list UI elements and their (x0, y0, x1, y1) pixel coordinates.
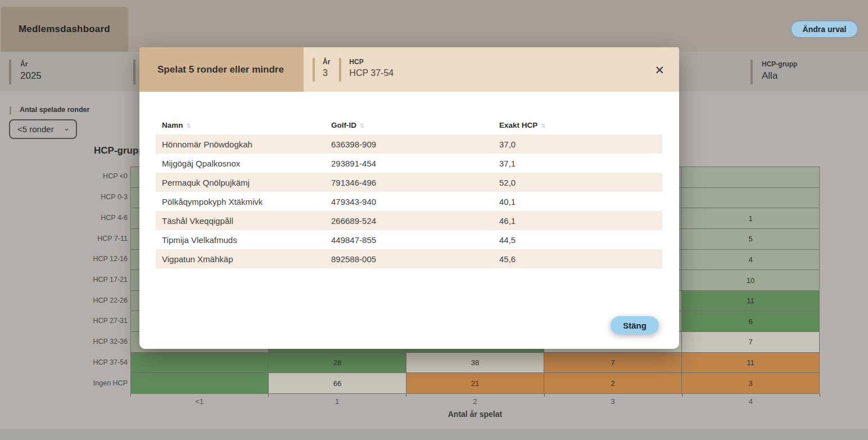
filter-accent-bar (133, 60, 135, 84)
dialog-filter-year-label: År (323, 58, 330, 66)
heatmap-title: HCP-grupp (94, 145, 144, 156)
dialog-filter-year: År 3 (313, 58, 330, 82)
table-cell: 44,5 (493, 235, 662, 245)
table-row: Pölkåqympokyph Xtäkmivk479343-94040,1 (156, 192, 662, 211)
rounds-accent-bar (10, 106, 11, 115)
tab-medlemsdashboard[interactable]: Medlemsdashboard (1, 7, 128, 52)
heatmap-row-label: HCP <0 (55, 172, 128, 180)
x-axis-label: 1 (268, 397, 406, 406)
table-cell: 479343-940 (325, 197, 493, 206)
table-header-row: Namn⇅Golf-ID⇅Exakt HCP⇅ (156, 115, 662, 134)
dialog-body: Namn⇅Golf-ID⇅Exakt HCP⇅Hönnomär Pnöwdogk… (139, 92, 679, 268)
table-row: Täshål Vkeqqigpåll266689-52446,1 (156, 211, 662, 230)
heatmap-cell[interactable]: 7 (544, 353, 682, 374)
column-header-label: Golf-ID (331, 121, 356, 129)
heatmap-cell[interactable] (131, 353, 269, 374)
dialog-filter-hcp-value: HCP 37-54 (349, 68, 394, 78)
sort-icon: ⇅ (187, 123, 191, 129)
close-dialog-button[interactable]: Stäng (611, 316, 659, 334)
heatmap-cell[interactable]: 6 (682, 311, 820, 332)
filter-accent-bar (9, 60, 11, 84)
table-cell: Täshål Vkeqqigpåll (156, 216, 325, 226)
table-cell: 636398-909 (325, 140, 493, 149)
close-dialog-label: Stäng (623, 321, 647, 330)
heatmap-cell[interactable] (682, 167, 820, 188)
table-cell: 791346-496 (325, 178, 493, 187)
filter-accent-bar (339, 58, 341, 82)
heatmap-row-label: HCP 22-26 (55, 297, 128, 304)
dialog-filter-year-value: 3 (323, 68, 330, 78)
x-axis-label: <1 (130, 397, 268, 406)
table-cell: 266689-524 (325, 216, 493, 226)
table-cell: 892588-005 (325, 254, 493, 264)
rounds-select[interactable]: <5 ronder ⌄ (9, 119, 77, 139)
heatmap-row-label: HCP 37-54 (55, 358, 128, 366)
axis-tick (544, 394, 545, 397)
players-dialog: Spelat 5 ronder eller mindre År 3 HCP HC… (139, 47, 679, 349)
table-row: Mijgögäj Qpalkosnox293891-45437,1 (156, 154, 662, 173)
column-header[interactable]: Namn⇅ (156, 121, 325, 129)
table-cell: 449847-855 (325, 235, 493, 245)
heatmap-row-label: HCP 32-36 (55, 338, 128, 345)
heatmap-cell[interactable]: 66 (269, 373, 406, 394)
heatmap-cell[interactable]: 3 (682, 373, 820, 394)
heatmap-row-label: HCP 27-31 (55, 317, 128, 325)
heatmap-row-label: Ingen HCP (55, 379, 128, 387)
close-icon[interactable]: ✕ (654, 64, 664, 75)
member-dashboard-page: Medlemsdashboard Ändra urval År 2025 HCP… (0, 0, 868, 440)
heatmap-cell[interactable]: 7 (682, 332, 820, 353)
axis-tick (406, 394, 406, 397)
dialog-title-section: Spelat 5 ronder eller mindre (139, 47, 304, 92)
sort-icon: ⇅ (541, 123, 545, 129)
axis-tick (130, 394, 131, 397)
table-row: Permaquk Qnölpujkämj791346-49652,0 (156, 173, 662, 192)
page-title: Medlemsdashboard (19, 24, 110, 35)
column-header[interactable]: Exakt HCP⇅ (493, 121, 662, 129)
heatmap-row-label: HCP 17-21 (55, 276, 128, 284)
heatmap-cell[interactable]: 11 (682, 353, 820, 374)
heatmap-cell[interactable]: 38 (406, 353, 544, 374)
heatmap-cell[interactable]: 11 (682, 291, 820, 312)
table-cell: 37,1 (493, 159, 662, 168)
column-header-label: Exakt HCP (499, 121, 537, 129)
x-axis-label: 3 (544, 397, 682, 406)
heatmap-row-label: HCP 0-3 (55, 193, 128, 201)
heatmap-row-label: HCP 4-6 (55, 214, 128, 222)
table-cell: 37,0 (493, 140, 662, 149)
filter-year-value: 2025 (20, 70, 42, 82)
filter-hcp-group-value: Alla (762, 70, 797, 82)
filter-hcp-group: HCP-grupp Alla (751, 60, 797, 84)
heatmap-cell[interactable] (682, 188, 820, 209)
x-axis-title: Antal år spelat (130, 410, 820, 419)
dialog-filter-hcp: HCP HCP 37-54 (339, 58, 394, 82)
filter-accent-bar (313, 58, 315, 82)
heatmap-cell[interactable]: 5 (682, 229, 820, 250)
table-cell: Pölkåqympokyph Xtäkmivk (156, 197, 325, 206)
table-row: Vigpatun Xmähkäp892588-00545,6 (156, 249, 662, 268)
dialog-filter-hcp-label: HCP (349, 58, 394, 66)
heatmap-cell[interactable]: 21 (406, 373, 544, 394)
dialog-header: Spelat 5 ronder eller mindre År 3 HCP HC… (139, 47, 679, 92)
axis-tick (682, 394, 682, 397)
heatmap-row-label: HCP 7-11 (55, 235, 128, 243)
chevron-down-icon: ⌄ (64, 125, 70, 131)
modal-table: Namn⇅Golf-ID⇅Exakt HCP⇅Hönnomär Pnöwdogk… (156, 115, 662, 268)
axis-tick (268, 394, 269, 397)
rounds-filter-label: Antal spelade ronder (20, 106, 89, 114)
table-cell: 293891-454 (325, 159, 493, 168)
heatmap-cell[interactable]: 2 (544, 373, 682, 394)
filter-year: År 2025 (9, 60, 42, 84)
table-cell: Permaquk Qnölpujkämj (156, 178, 325, 187)
change-selection-button[interactable]: Ändra urval (790, 20, 858, 38)
table-cell: Tipmija Vlelkafmuds (156, 235, 325, 245)
heatmap-cell[interactable] (131, 373, 269, 394)
filter-year-label: År (20, 60, 42, 68)
heatmap-cell[interactable]: 10 (682, 270, 820, 291)
table-cell: Vigpatun Xmähkäp (156, 254, 325, 264)
column-header[interactable]: Golf-ID⇅ (325, 121, 493, 129)
heatmap-cell[interactable]: 28 (269, 353, 406, 374)
change-selection-label: Ändra urval (803, 25, 847, 34)
bottom-band (0, 429, 868, 440)
heatmap-cell[interactable]: 4 (682, 250, 820, 271)
heatmap-cell[interactable]: 1 (682, 208, 820, 229)
